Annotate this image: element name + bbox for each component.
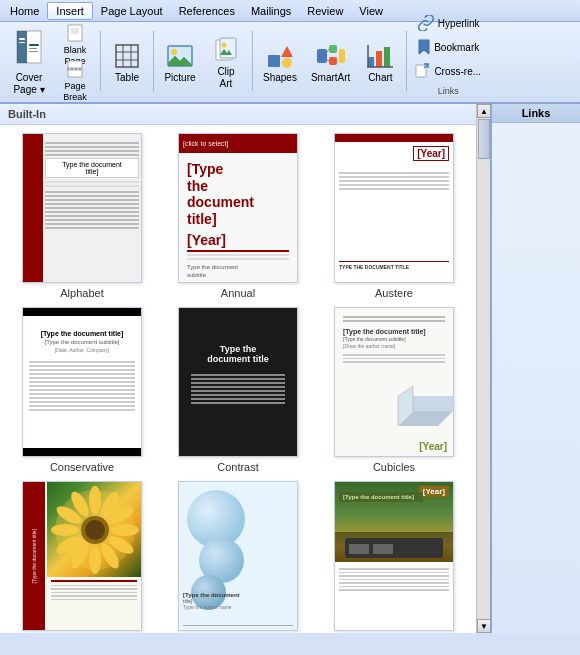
menu-page-layout[interactable]: Page Layout [93, 3, 171, 19]
cover-page-button[interactable]: Cover Page ▾ [4, 30, 54, 96]
svg-rect-5 [29, 48, 37, 49]
svg-rect-33 [368, 57, 374, 67]
page-break-icon [65, 60, 85, 81]
svg-point-48 [89, 486, 101, 514]
cross-ref-icon [415, 63, 431, 82]
gallery-label-alphabet: Alphabet [60, 287, 103, 299]
svg-rect-6 [29, 51, 38, 52]
main-content: Built-In Type [0, 104, 580, 633]
menu-home[interactable]: Home [2, 3, 47, 19]
gallery-item-cubicles[interactable]: [Type the document title] [Type the docu… [320, 307, 468, 473]
menu-insert[interactable]: Insert [47, 2, 93, 20]
cross-ref-button[interactable]: Cross-re... [411, 61, 485, 83]
svg-rect-28 [329, 45, 337, 53]
menu-review[interactable]: Review [299, 3, 351, 19]
svg-rect-35 [384, 47, 390, 67]
svg-rect-30 [339, 49, 345, 63]
ribbon-separator-2 [153, 31, 154, 91]
svg-rect-2 [19, 38, 25, 40]
svg-line-31 [327, 49, 329, 52]
gallery-thumb-austere: [Year] TYPE THE DOCUMENT TITLE [334, 133, 454, 283]
ribbon: Cover Page ▾ Blank Page P [0, 22, 580, 104]
smart-art-label: SmartArt [311, 72, 350, 84]
gallery-grid: Type the documenttitle] [8, 133, 468, 633]
scroll-down-button[interactable]: ▼ [477, 619, 491, 633]
chart-label: Chart [368, 72, 392, 84]
svg-point-57 [51, 524, 79, 536]
gallery-scroll[interactable]: Type the documenttitle] [0, 125, 476, 633]
table-button[interactable]: Table [105, 30, 149, 96]
scroll-up-button[interactable]: ▲ [477, 104, 491, 118]
svg-point-51 [111, 524, 139, 536]
shapes-label: Shapes [263, 72, 297, 84]
table-icon [114, 43, 140, 72]
picture-icon [166, 43, 194, 72]
vertical-scrollbar[interactable]: ▲ ▼ [476, 104, 490, 633]
hyperlink-icon [417, 15, 435, 34]
gallery-panel: Built-In Type [0, 104, 476, 633]
picture-label: Picture [164, 72, 195, 84]
bookmark-label: Bookmark [434, 42, 479, 54]
clip-art-label: Clip Art [217, 66, 234, 90]
gallery-thumb-exposure: [Type the document title] [22, 481, 142, 631]
ribbon-separator-4 [406, 31, 407, 91]
gallery-label-cubicles: Cubicles [373, 461, 415, 473]
hyperlink-label: Hyperlink [438, 18, 480, 30]
scroll-thumb[interactable] [478, 119, 490, 159]
svg-rect-11 [68, 61, 82, 68]
gallery-label-contrast: Contrast [217, 461, 259, 473]
links-panel-header: Links [492, 104, 580, 123]
gallery-label-conservative: Conservative [50, 461, 114, 473]
svg-rect-1 [17, 31, 27, 63]
links-group-label: Links [438, 86, 459, 96]
ribbon-separator-1 [100, 31, 101, 91]
svg-point-20 [171, 49, 177, 55]
gallery-item-motion[interactable]: [Year] [Type the document title] [320, 481, 468, 633]
gallery-thumb-motion: [Year] [Type the document title] [334, 481, 454, 631]
svg-marker-41 [413, 396, 453, 411]
svg-rect-27 [317, 49, 327, 63]
svg-marker-25 [281, 46, 293, 57]
cover-page-icon [15, 30, 43, 70]
gallery-item-alphabet[interactable]: Type the documenttitle] [8, 133, 156, 299]
gallery-item-conservative[interactable]: [Type the document title] [Type the docu… [8, 307, 156, 473]
blank-page-button[interactable]: Blank Page [56, 30, 94, 60]
gallery-item-austere[interactable]: [Year] TYPE THE DOCUMENT TITLE Austere [320, 133, 468, 299]
menu-bar: Home Insert Page Layout References Maili… [0, 0, 580, 22]
gallery-label-annual: Annual [221, 287, 255, 299]
gallery-item-annual[interactable]: [click to select] [Typethedocumenttitle]… [164, 133, 312, 299]
shapes-button[interactable]: Shapes [257, 30, 303, 96]
gallery-thumb-mod: [Type the document title] Type the autho… [178, 481, 298, 631]
gallery-item-exposure[interactable]: [Type the document title] [8, 481, 156, 633]
svg-rect-29 [329, 57, 337, 65]
hyperlink-button[interactable]: Hyperlink [413, 13, 484, 35]
page-break-button[interactable]: Page Break [56, 66, 94, 96]
svg-rect-34 [376, 51, 382, 67]
gallery-item-contrast[interactable]: Type thedocument title [164, 307, 312, 473]
smart-art-button[interactable]: SmartArt [305, 30, 356, 96]
blank-page-icon [65, 24, 85, 45]
gallery-thumb-contrast: Type thedocument title [178, 307, 298, 457]
bookmark-button[interactable]: Bookmark [413, 37, 483, 59]
smart-art-icon [316, 43, 346, 72]
menu-view[interactable]: View [351, 3, 391, 19]
chart-icon [366, 43, 394, 72]
cover-page-label: Cover Page ▾ [13, 72, 44, 96]
picture-button[interactable]: Picture [158, 30, 202, 96]
svg-line-32 [327, 60, 329, 61]
table-label: Table [115, 72, 139, 84]
gallery-item-mod[interactable]: [Type the document title] Type the autho… [164, 481, 312, 633]
menu-mailings[interactable]: Mailings [243, 3, 299, 19]
gallery-thumb-alphabet: Type the documenttitle] [22, 133, 142, 283]
clip-art-button[interactable]: Clip Art [204, 30, 248, 96]
svg-rect-24 [268, 55, 280, 67]
clip-art-icon [212, 37, 240, 66]
chart-button[interactable]: Chart [358, 30, 402, 96]
svg-rect-3 [19, 42, 25, 43]
svg-point-47 [85, 520, 105, 540]
menu-references[interactable]: References [171, 3, 243, 19]
svg-rect-14 [116, 45, 138, 67]
ribbon-separator-3 [252, 31, 253, 91]
scroll-track[interactable] [477, 118, 490, 619]
svg-point-26 [282, 58, 292, 68]
